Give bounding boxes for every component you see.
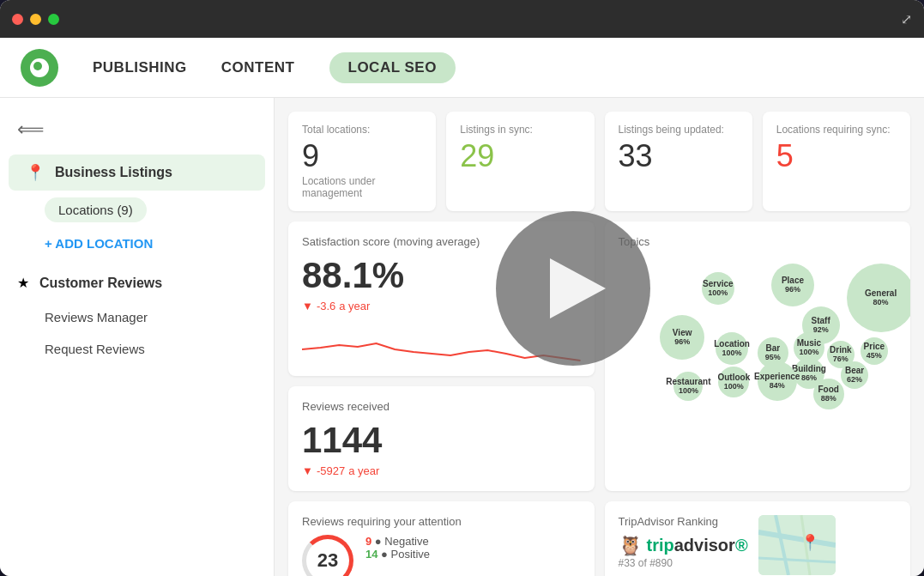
expand-icon[interactable]: ⤢ [901, 11, 912, 27]
topics-card: Topics General80%Place96%Staff92%Service… [605, 221, 911, 491]
add-location-button[interactable]: + ADD LOCATION [0, 229, 274, 258]
listings-being-updated-value: 33 [619, 139, 739, 173]
sidebar-section-reviews: ★ Customer Reviews Reviews Manager Reque… [0, 264, 274, 365]
sidebar-item-label-listings: Business Listings [55, 165, 172, 180]
ta-brand: tripadvisor® [647, 536, 748, 555]
topic-bubble-outlook: Outlook100% [718, 367, 749, 397]
reviews-card: Reviews received 1144 ▼ -5927 a year [288, 386, 595, 491]
reviews-down-arrow: ▼ [302, 464, 313, 477]
topbar: PUBLISHING CONTENT LOCAL SEO [0, 38, 924, 98]
positive-count: 14 [365, 548, 377, 561]
topics-title: Topics [619, 235, 897, 248]
topic-bubble-bear: Bear62% [841, 361, 868, 389]
topic-bubble-experience: Experience84% [758, 361, 797, 401]
stats-row: Total locations: 9 Locations under manag… [288, 112, 910, 211]
stat-listings-in-sync: Listings in sync: 29 [446, 112, 594, 211]
ta-rank: #33 of #890 [619, 557, 748, 569]
ta-owl-icon: 🦉 [619, 535, 642, 557]
tab-local-seo[interactable]: LOCAL SEO [329, 52, 456, 83]
tab-publishing[interactable]: PUBLISHING [93, 54, 187, 82]
sidebar-item-locations[interactable]: Locations (9) [0, 191, 274, 229]
negative-label: Negative [384, 535, 428, 548]
topic-bubble-service: Service100% [702, 272, 734, 305]
star-icon: ★ [17, 275, 29, 291]
topic-bubble-food: Food88% [813, 379, 844, 409]
sidebar: ⟸ 📍 Business Listings Locations (9) + AD… [0, 98, 275, 576]
attention-card: Reviews requiring your attention 23 9 ● … [288, 501, 595, 576]
ta-info: TripAdvisor Ranking 🦉 tripadvisor® #33 o… [619, 515, 748, 569]
play-triangle-icon [550, 258, 606, 318]
map-thumbnail: 📍 [758, 515, 836, 575]
tab-content[interactable]: CONTENT [221, 54, 295, 82]
play-button[interactable] [496, 211, 650, 366]
topic-bubble-restaurant: Restaurant100% [673, 372, 703, 401]
satisfaction-change-label: a year [339, 300, 370, 312]
negative-count: 9 [365, 535, 371, 548]
down-arrow-icon: ▼ [302, 300, 313, 312]
locations-requiring-sync-value: 5 [776, 139, 897, 173]
total-locations-value: 9 [302, 139, 422, 173]
topic-bubble-general: General80% [847, 264, 910, 332]
attention-title: Reviews requiring your attention [302, 515, 581, 528]
bottom-cards: Reviews requiring your attention 23 9 ● … [288, 501, 910, 576]
topic-bubble-view: View96% [660, 315, 704, 360]
stat-total-locations: Total locations: 9 Locations under manag… [288, 112, 436, 211]
nav-tabs: PUBLISHING CONTENT LOCAL SEO [93, 52, 456, 83]
locations-requiring-sync-label: Locations requiring sync: [776, 124, 897, 136]
sidebar-section-listings: 📍 Business Listings Locations (9) + ADD … [0, 155, 274, 258]
map-pin-icon: 📍 [26, 163, 45, 182]
close-button[interactable] [12, 14, 23, 25]
sidebar-item-request-reviews[interactable]: Request Reviews [0, 333, 274, 365]
total-locations-label: Total locations: [302, 124, 422, 136]
locations-label: Locations (9) [45, 197, 147, 222]
total-locations-sub: Locations under management [302, 175, 422, 199]
stat-listings-being-updated: Listings being updated: 33 [605, 112, 752, 211]
topic-bubble-price: Price45% [861, 337, 888, 365]
traffic-lights [12, 14, 59, 25]
customer-reviews-label: Customer Reviews [39, 276, 162, 291]
sidebar-item-business-listings[interactable]: 📍 Business Listings [9, 155, 265, 191]
positive-label: Positive [391, 548, 431, 561]
listings-being-updated-label: Listings being updated: [619, 124, 739, 136]
stat-locations-requiring-sync: Locations requiring sync: 5 [763, 112, 910, 211]
satisfaction-change-value: -3.6 [317, 300, 335, 312]
fullscreen-button[interactable] [48, 14, 59, 25]
main-area: ⟸ 📍 Business Listings Locations (9) + AD… [0, 98, 924, 576]
minimize-button[interactable] [30, 14, 41, 25]
bubble-container: General80%Place96%Staff92%Service100%Vie… [619, 255, 897, 427]
titlebar: ⤢ [0, 0, 924, 38]
reviews-change: ▼ -5927 a year [302, 464, 581, 477]
tripadvisor-card: TripAdvisor Ranking 🦉 tripadvisor® #33 o… [605, 501, 911, 576]
reviews-title: Reviews received [302, 400, 581, 413]
sidebar-item-customer-reviews[interactable]: ★ Customer Reviews [0, 264, 274, 301]
listings-in-sync-label: Listings in sync: [460, 124, 580, 136]
topic-bubble-place: Place96% [771, 264, 814, 306]
map-pin-icon: 📍 [800, 533, 819, 552]
app-window: ⤢ PUBLISHING CONTENT LOCAL SEO ⟸ 📍 Busin… [0, 0, 924, 576]
reviews-change-value: -5927 [317, 464, 345, 477]
logo-inner [30, 58, 49, 77]
sidebar-back-button[interactable]: ⟸ [0, 112, 274, 148]
topic-bubble-location: Location100% [716, 332, 748, 365]
reviews-change-label: a year [348, 464, 379, 477]
reviews-value: 1144 [302, 420, 581, 461]
sidebar-item-reviews-manager[interactable]: Reviews Manager [0, 301, 274, 333]
ta-title: TripAdvisor Ranking [619, 515, 748, 528]
app-logo [21, 49, 58, 87]
listings-in-sync-value: 29 [460, 139, 580, 173]
